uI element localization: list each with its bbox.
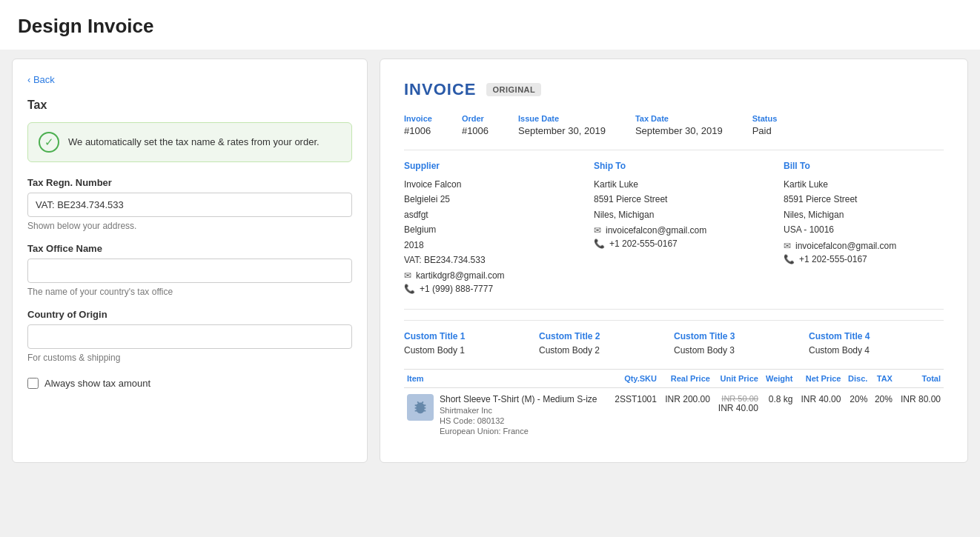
- custom-section-body: Custom Body 1: [404, 345, 539, 356]
- country-label: Country of Origin: [27, 309, 352, 320]
- supplier-email: ✉ kartikdgr8@gmail.com: [404, 270, 564, 281]
- phone-icon-2: 📞: [594, 239, 605, 249]
- meta-divider: [404, 150, 944, 150]
- always-show-tax-checkbox[interactable]: [27, 378, 39, 389]
- envelope-icon-2: ✉: [594, 225, 601, 236]
- page-title: Design Invoice: [0, 0, 980, 50]
- tax-info-text: We automatically set the tax name & rate…: [68, 135, 320, 150]
- tax-office-hint: The name of your country's tax office: [27, 287, 352, 297]
- tax-office-input[interactable]: [27, 259, 352, 283]
- item-net-price: INR 40.00: [795, 388, 844, 442]
- order-label: Order: [462, 114, 489, 123]
- col-total: Total: [895, 370, 944, 388]
- col-unit-price: Unit Price: [713, 370, 761, 388]
- tax-regn-label: Tax Regn. Number: [27, 177, 352, 188]
- item-tax: 20%: [870, 388, 895, 442]
- envelope-icon-3: ✉: [784, 241, 791, 251]
- bill-to-title: Bill To: [784, 161, 944, 171]
- table-row: Short Sleeve T-Shirt (M) - Medium S-ize …: [404, 388, 944, 442]
- invoice-badge: ORIGINAL: [486, 83, 541, 96]
- item-total: INR 80.00: [895, 388, 944, 442]
- status-value: Paid: [752, 125, 778, 136]
- item-origin: European Union: France: [440, 427, 597, 436]
- col-item: Item: [404, 370, 609, 388]
- item-hs-code: HS Code: 080132: [440, 416, 597, 425]
- back-button[interactable]: ‹ Back: [27, 74, 352, 85]
- tax-office-label: Tax Office Name: [27, 243, 352, 254]
- invoice-header: INVOICE ORIGINAL: [404, 80, 944, 99]
- custom-section-body: Custom Body 2: [539, 345, 674, 356]
- tax-date-value: September 30, 2019: [635, 125, 723, 136]
- issue-date-value: September 30, 2019: [518, 125, 606, 136]
- phone-icon-3: 📞: [784, 254, 795, 264]
- item-name: Short Sleeve T-Shirt (M) - Medium S-ize: [440, 394, 597, 404]
- col-net-price: Net Price: [795, 370, 844, 388]
- custom-section-col: Custom Title 1 Custom Body 1: [404, 331, 539, 356]
- addr-divider: [404, 309, 944, 310]
- country-hint: For customs & shipping: [27, 353, 352, 363]
- custom-section-body: Custom Body 4: [809, 345, 944, 356]
- envelope-icon: ✉: [404, 270, 411, 281]
- bill-to-address: Bill To Kartik Luke 8591 Pierce Street N…: [784, 161, 944, 294]
- col-qty-sku: Qty.SKU: [609, 370, 660, 388]
- ship-to-address: Ship To Kartik Luke 8591 Pierce Street N…: [594, 161, 754, 294]
- col-real-price: Real Price: [660, 370, 713, 388]
- custom-section-body: Custom Body 3: [674, 345, 809, 356]
- tax-date-label: Tax Date: [635, 114, 723, 123]
- items-table: Item Qty.SKU Real Price Unit Price Weigh…: [404, 369, 944, 441]
- phone-icon: 📞: [404, 284, 415, 294]
- supplier-address: Supplier Invoice Falcon Belgielei 25 asd…: [404, 161, 564, 294]
- item-image: [407, 394, 434, 421]
- tax-regn-input[interactable]: [27, 193, 352, 217]
- custom-section-col: Custom Title 3 Custom Body 3: [674, 331, 809, 356]
- custom-section-title: Custom Title 3: [674, 331, 809, 341]
- item-weight: 0.8 kg: [761, 388, 796, 442]
- ship-to-body: Kartik Luke 8591 Pierce Street Niles, Mi…: [594, 177, 754, 222]
- always-show-tax-label: Always show tax amount: [44, 378, 150, 389]
- invoice-meta: Invoice #1006 Order #1006 Issue Date Sep…: [404, 114, 944, 136]
- status-label: Status: [752, 114, 778, 123]
- bill-to-body: Kartik Luke 8591 Pierce Street Niles, Mi…: [784, 177, 944, 238]
- left-panel: ‹ Back Tax ✓ We automatically set the ta…: [12, 59, 368, 463]
- ship-to-title: Ship To: [594, 161, 754, 171]
- supplier-phone: 📞 +1 (999) 888-7777: [404, 284, 564, 294]
- item-disc: 20%: [844, 388, 870, 442]
- invoice-num-value: #1006: [404, 125, 432, 136]
- supplier-body: Invoice Falcon Belgielei 25 asdfgt Belgi…: [404, 177, 564, 267]
- country-input[interactable]: [27, 324, 352, 349]
- bill-to-email: ✉ invoicefalcon@gmail.com: [784, 241, 944, 251]
- item-cell: Short Sleeve T-Shirt (M) - Medium S-ize …: [404, 388, 609, 442]
- check-icon: ✓: [39, 132, 59, 153]
- tax-regn-hint: Shown below your address.: [27, 221, 352, 231]
- item-unit-price: INR 50.00 INR 40.00: [713, 388, 761, 442]
- tax-section-title: Tax: [27, 99, 352, 112]
- custom-sections: Custom Title 1 Custom Body 1Custom Title…: [404, 320, 944, 356]
- tax-info-box: ✓ We automatically set the tax name & ra…: [27, 122, 352, 162]
- custom-section-title: Custom Title 2: [539, 331, 674, 341]
- ship-to-email: ✉ invoicefalcon@gmail.com: [594, 225, 754, 236]
- item-supplier: Shirtmaker Inc: [440, 406, 597, 415]
- custom-section-col: Custom Title 4 Custom Body 4: [809, 331, 944, 356]
- always-show-tax-row: Always show tax amount: [27, 378, 352, 389]
- invoice-preview: INVOICE ORIGINAL Invoice #1006 Order #10…: [380, 59, 968, 463]
- addresses-section: Supplier Invoice Falcon Belgielei 25 asd…: [404, 161, 944, 294]
- col-weight: Weight: [761, 370, 796, 388]
- col-tax: TAX: [870, 370, 895, 388]
- issue-date-label: Issue Date: [518, 114, 606, 123]
- invoice-title: INVOICE: [404, 80, 476, 99]
- item-unit-price-original: INR 50.00: [716, 394, 758, 403]
- supplier-title: Supplier: [404, 161, 564, 171]
- custom-section-title: Custom Title 4: [809, 331, 944, 341]
- bill-to-phone: 📞 +1 202-555-0167: [784, 254, 944, 264]
- item-real-price: INR 200.00: [660, 388, 713, 442]
- ship-to-phone: 📞 +1 202-555-0167: [594, 239, 754, 249]
- item-qty-sku: 2SST1001: [609, 388, 660, 442]
- col-disc: Disc.: [844, 370, 870, 388]
- custom-section-title: Custom Title 1: [404, 331, 539, 341]
- order-value: #1006: [462, 125, 489, 136]
- invoice-num-label: Invoice: [404, 114, 432, 123]
- custom-section-col: Custom Title 2 Custom Body 2: [539, 331, 674, 356]
